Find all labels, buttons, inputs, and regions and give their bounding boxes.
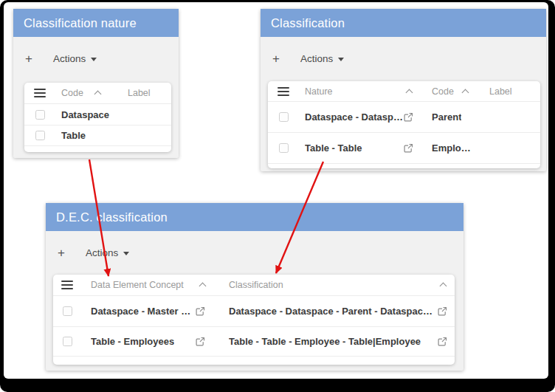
caret-down-icon xyxy=(123,252,129,255)
table-row[interactable]: Table - Table Employee xyxy=(268,133,540,164)
column-menu-button[interactable] xyxy=(24,83,55,103)
table-row[interactable]: Table - Employees Table - Table - Employ… xyxy=(53,327,455,357)
actions-dropdown[interactable]: Actions xyxy=(300,53,344,64)
external-link-icon[interactable] xyxy=(438,337,447,346)
table-row[interactable]: Dataspace - Master Data ... Dataspace - … xyxy=(53,296,455,327)
panel-title-classification: Classification xyxy=(261,9,546,37)
classification-panel: Classification + Actions Nature Code xyxy=(261,9,546,171)
column-menu-button[interactable] xyxy=(268,81,299,101)
actions-label: Actions xyxy=(86,247,118,258)
table-row[interactable]: Dataspace xyxy=(24,104,171,125)
external-link-icon[interactable] xyxy=(196,337,205,346)
row-checkbox[interactable] xyxy=(35,131,45,140)
screenshot-frame: Classification nature + Actions Code Lab… xyxy=(0,0,555,392)
panel-title-dec-classification: D.E.C. classification xyxy=(46,203,463,231)
code-column-header[interactable]: Code xyxy=(55,83,120,103)
add-button[interactable]: + xyxy=(58,247,68,259)
classification-nature-grid: Code Label Dataspace Table xyxy=(24,83,171,152)
sort-asc-icon xyxy=(406,89,413,96)
caret-down-icon xyxy=(91,58,97,61)
page-canvas: Classification nature + Actions Code Lab… xyxy=(4,2,548,379)
external-link-icon[interactable] xyxy=(196,306,205,316)
grid-footer xyxy=(268,164,540,168)
row-checkbox[interactable] xyxy=(63,306,72,316)
table-row[interactable]: Table xyxy=(24,125,171,146)
actions-label: Actions xyxy=(53,53,86,64)
sort-asc-icon xyxy=(94,91,101,98)
classification-column-header[interactable]: Classification xyxy=(214,275,455,295)
row-checkbox[interactable] xyxy=(35,110,45,120)
grid-header-row: Code Label xyxy=(24,83,171,104)
data-element-concept-column-header[interactable]: Data Element Concept xyxy=(81,275,214,295)
add-button[interactable]: + xyxy=(25,52,35,65)
nature-column-header[interactable]: Nature xyxy=(299,81,422,101)
toolbar-classification: + Actions xyxy=(261,37,546,80)
classification-nature-panel: Classification nature + Actions Code Lab… xyxy=(13,9,179,158)
label-column-header[interactable]: Label xyxy=(481,81,540,101)
panel-title-classification-nature: Classification nature xyxy=(13,9,179,37)
external-link-icon[interactable] xyxy=(438,306,447,316)
dec-classification-panel: D.E.C. classification + Actions Data Ele… xyxy=(46,203,463,371)
code-column-header[interactable]: Code xyxy=(422,81,481,101)
grid-header-row: Nature Code Label xyxy=(268,81,540,102)
row-checkbox[interactable] xyxy=(279,143,289,153)
label-column-header[interactable]: Label xyxy=(120,83,171,103)
actions-dropdown[interactable]: Actions xyxy=(86,247,129,258)
grid-footer xyxy=(53,357,455,365)
sort-asc-icon xyxy=(440,283,447,290)
table-row[interactable]: Dataspace - Dataspace Parent xyxy=(268,102,540,133)
column-menu-button[interactable] xyxy=(53,275,81,295)
hamburger-icon xyxy=(61,281,73,289)
toolbar-classification-nature: + Actions xyxy=(13,37,179,80)
add-button[interactable]: + xyxy=(272,52,283,65)
classification-grid: Nature Code Label Dataspace - Dataspace xyxy=(268,81,540,168)
actions-label: Actions xyxy=(300,53,333,64)
external-link-icon[interactable] xyxy=(404,112,413,122)
hamburger-icon xyxy=(278,87,289,96)
sort-asc-icon xyxy=(461,89,469,96)
grid-footer xyxy=(24,146,171,152)
actions-dropdown[interactable]: Actions xyxy=(53,53,97,64)
external-link-icon[interactable] xyxy=(404,143,413,153)
sort-asc-icon xyxy=(199,283,207,290)
toolbar-dec-classification: + Actions xyxy=(46,231,463,274)
hamburger-icon xyxy=(34,89,46,97)
grid-header-row: Data Element Concept Classification xyxy=(53,275,455,296)
row-checkbox[interactable] xyxy=(63,337,72,346)
dec-classification-grid: Data Element Concept Classification Data… xyxy=(53,275,455,365)
caret-down-icon xyxy=(338,58,344,61)
row-checkbox[interactable] xyxy=(279,112,289,122)
